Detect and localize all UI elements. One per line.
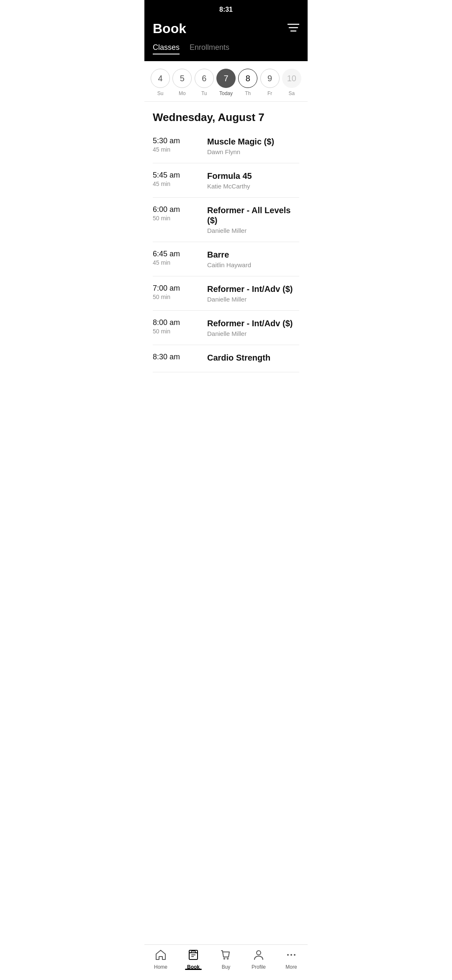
calendar-day-8[interactable]: 8 Th (238, 69, 257, 96)
calendar-day-7[interactable]: 7 Today (216, 69, 236, 96)
status-bar: 8:31 (144, 0, 308, 16)
tab-enrollments[interactable]: Enrollments (190, 43, 229, 54)
page-title: Book (153, 21, 186, 36)
cal-day-label-4: Su (157, 90, 164, 96)
calendar-week: 4 Su 5 Mo 6 Tu 7 Today 8 Th 9 Fr 10 Sa (144, 61, 308, 102)
cal-day-num-7: 7 (216, 69, 236, 88)
class-time-5: 8:00 am 50 min (153, 318, 207, 335)
table-row[interactable]: 7:00 am 50 min Reformer - Int/Adv ($) Da… (153, 276, 299, 311)
cal-day-num-5: 5 (172, 69, 192, 88)
class-info-3: Barre Caitlin Hayward (207, 250, 299, 268)
table-row[interactable]: 6:45 am 45 min Barre Caitlin Hayward (153, 242, 299, 276)
class-info-2: Reformer - All Levels ($) Danielle Mille… (207, 205, 299, 234)
class-time-1: 5:45 am 45 min (153, 171, 207, 187)
cal-day-num-10: 10 (282, 69, 301, 88)
cal-day-num-4: 4 (151, 69, 170, 88)
calendar-day-6[interactable]: 6 Tu (195, 69, 214, 96)
cal-day-num-8: 8 (238, 69, 257, 88)
table-row[interactable]: 8:00 am 50 min Reformer - Int/Adv ($) Da… (153, 311, 299, 345)
class-time-0: 5:30 am 45 min (153, 137, 207, 153)
class-list: 5:30 am 45 min Muscle Magic ($) Dawn Fly… (144, 129, 308, 372)
class-info-5: Reformer - Int/Adv ($) Danielle Miller (207, 318, 299, 337)
cal-day-label-9: Fr (267, 90, 272, 96)
cal-day-label-today: Today (219, 90, 233, 96)
calendar-day-9[interactable]: 9 Fr (260, 69, 280, 96)
calendar-day-5[interactable]: 5 Mo (172, 69, 192, 96)
calendar-day-10[interactable]: 10 Sa (282, 69, 301, 96)
tab-classes[interactable]: Classes (153, 43, 180, 54)
class-info-0: Muscle Magic ($) Dawn Flynn (207, 137, 299, 155)
table-row[interactable]: 6:00 am 50 min Reformer - All Levels ($)… (153, 198, 299, 242)
date-heading: Wednesday, August 7 (144, 102, 308, 129)
class-time-3: 6:45 am 45 min (153, 250, 207, 266)
class-time-2: 6:00 am 50 min (153, 205, 207, 222)
cal-day-label-5: Mo (179, 90, 186, 96)
cal-day-num-9: 9 (260, 69, 280, 88)
class-time-6: 8:30 am (153, 353, 207, 362)
cal-day-label-10: Sa (288, 90, 295, 96)
cal-day-label-8: Th (245, 90, 251, 96)
status-time: 8:31 (219, 6, 233, 13)
table-row[interactable]: 5:45 am 45 min Formula 45 Katie McCarthy (153, 163, 299, 198)
cal-day-label-6: Tu (201, 90, 207, 96)
tabs-bar: Classes Enrollments (144, 43, 308, 61)
header: Book (144, 16, 308, 43)
calendar-day-4[interactable]: 4 Su (151, 69, 170, 96)
class-time-4: 7:00 am 50 min (153, 284, 207, 300)
table-row[interactable]: 8:30 am Cardio Strength (153, 345, 299, 372)
class-info-6: Cardio Strength (207, 353, 299, 364)
filter-icon[interactable] (288, 23, 299, 35)
table-row[interactable]: 5:30 am 45 min Muscle Magic ($) Dawn Fly… (153, 129, 299, 163)
class-info-4: Reformer - Int/Adv ($) Danielle Miller (207, 284, 299, 303)
cal-day-num-6: 6 (195, 69, 214, 88)
class-info-1: Formula 45 Katie McCarthy (207, 171, 299, 190)
